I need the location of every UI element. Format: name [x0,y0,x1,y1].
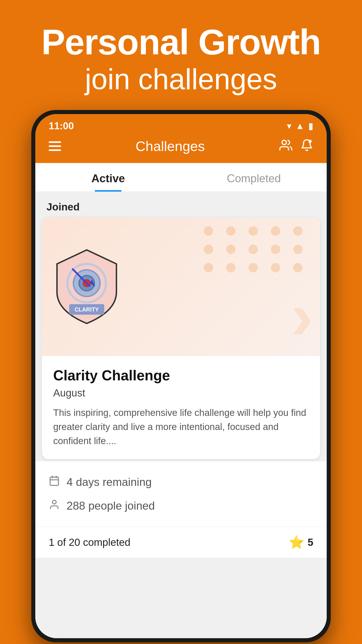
signal-icon: ▲ [295,121,304,131]
svg-point-0 [282,140,286,144]
dot [226,263,236,272]
dot [293,245,303,254]
dot [293,263,303,272]
phone-wrapper: 11:00 ▾ ▲ ▮ Challenges [27,110,335,644]
dot [271,226,280,236]
calendar-icon [49,475,60,489]
phone-frame: 11:00 ▾ ▲ ▮ Challenges [31,110,331,642]
dot [271,245,280,254]
tab-completed[interactable]: Completed [181,163,327,192]
people-joined-row: 288 people joined [49,494,313,518]
card-description: This inspiring, comprehensive life chall… [53,406,309,448]
svg-text:CLARITY: CLARITY [75,306,99,312]
hero-subtitle: join challenges [41,62,321,96]
app-bar-actions [279,139,313,154]
hamburger-line-1 [49,141,61,143]
dot [226,245,236,254]
hero-title: Personal Growth [41,22,321,62]
info-panel: 4 days remaining 288 people joined [35,461,327,526]
hero-section: Personal Growth join challenges [28,0,334,110]
menu-button[interactable] [49,141,61,151]
svg-rect-10 [50,477,58,486]
dot [249,263,258,272]
wifi-icon: ▾ [287,121,291,131]
dot [226,226,236,236]
hamburger-line-3 [49,149,61,151]
app-bar: Challenges [35,134,327,163]
dot [249,245,258,254]
hamburger-line-2 [49,145,61,147]
dots-pattern [204,226,307,272]
dot [204,263,213,272]
days-remaining-text: 4 days remaining [67,476,152,488]
battery-icon: ▮ [308,121,313,131]
people-joined-text: 288 people joined [67,499,155,512]
card-image-area: › [42,217,320,356]
status-icons: ▾ ▲ ▮ [287,121,313,131]
dot [204,245,213,254]
section-joined-label: Joined [35,192,327,217]
card-body: Clarity Challenge August This inspiring,… [42,356,320,459]
dot [204,226,213,236]
phone-screen: 11:00 ▾ ▲ ▮ Challenges [35,114,327,638]
card-title: Clarity Challenge [53,367,309,384]
content-area: Joined [35,192,327,638]
dot [271,263,280,272]
status-time: 11:00 [49,120,74,132]
stars-badge: ⭐ 5 [289,535,313,550]
challenge-card[interactable]: › [42,217,320,459]
tab-active[interactable]: Active [35,163,181,192]
stars-count: 5 [308,536,313,548]
status-bar: 11:00 ▾ ▲ ▮ [35,114,327,134]
person-icon [49,499,60,513]
watermark-arrow: › [291,282,313,349]
days-remaining-row: 4 days remaining [49,470,313,494]
svg-point-1 [308,140,312,143]
dot [249,226,258,236]
completed-progress-text: 1 of 20 completed [49,536,130,548]
people-icon[interactable] [279,139,292,154]
tab-bar: Active Completed [35,163,327,192]
notification-bell-icon[interactable] [300,139,313,154]
app-bar-title: Challenges [135,138,205,154]
challenge-badge-icon: CLARITY [51,246,122,327]
bottom-bar: 1 of 20 completed ⭐ 5 [35,526,327,558]
card-month: August [53,387,309,399]
dot [293,226,303,236]
star-icon: ⭐ [289,535,304,550]
svg-point-14 [52,500,56,504]
